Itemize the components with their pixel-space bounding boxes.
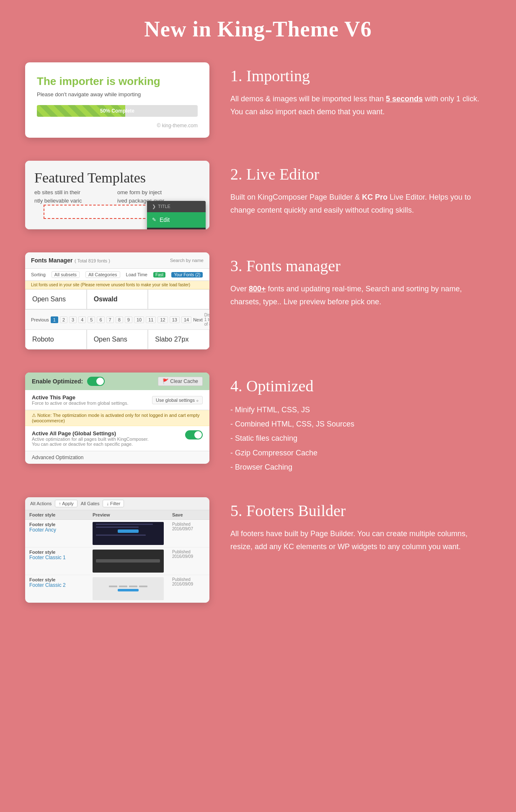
feature-desc-footers: All footers have built by Page Builder. … xyxy=(230,527,491,553)
filter-fast: Fast xyxy=(153,272,165,278)
pagination-info: Display 1 to 60 of 819 xyxy=(204,313,209,326)
fonts-filters: Sorting All subsets All Categories Load … xyxy=(25,269,209,281)
opt-feature-3: - Static files caching xyxy=(230,431,491,445)
feature-heading-optimized: 4. Optimized xyxy=(230,377,491,395)
feature-heading-live-editor: 2. Live Editor xyxy=(230,165,491,183)
page-10[interactable]: 10 xyxy=(134,316,144,323)
toolbar-apply[interactable]: ↑ Apply xyxy=(55,500,77,507)
footer-table-header: Footer style Preview Save xyxy=(25,510,209,520)
enable-toggle[interactable] xyxy=(87,377,105,386)
font-cell-roboto: Roboto xyxy=(25,329,87,349)
global-settings-select[interactable]: Use global settings ⬦ xyxy=(152,396,203,404)
toolbar-gates[interactable]: All Gates xyxy=(81,501,100,506)
opt-feature-1: - Minify HTML, CSS, JS xyxy=(230,403,491,417)
font-cell-oswald: Oswald xyxy=(87,289,148,309)
edit-icon: ✎ xyxy=(152,216,156,224)
importer-subtitle: Please don't navigate away while importi… xyxy=(37,91,198,98)
footer-style-2: Footer style xyxy=(29,550,84,555)
feature-importing: The importer is working Please don't nav… xyxy=(25,62,491,138)
page-9[interactable]: 9 xyxy=(125,316,132,323)
footer-preview-3 xyxy=(88,575,168,602)
enable-label: Enable Optimized: xyxy=(32,378,83,385)
page-4[interactable]: 4 xyxy=(78,316,86,323)
text-importing: 1. Importing All demos & images will be … xyxy=(230,62,491,118)
footer-preview-1 xyxy=(88,519,168,547)
filter-sorting: Sorting xyxy=(31,272,46,277)
feature-footers: Alt Actions ↑ Apply All Gates ↓ Filter F… xyxy=(25,497,491,603)
footer-date-2: 2016/09/09 xyxy=(172,554,205,559)
font-cell-slabo: Slabo 27px xyxy=(148,329,209,349)
live-editor-heading: Featured Templates xyxy=(34,170,200,186)
clear-cache-button[interactable]: 🚩 Clear Cache xyxy=(158,377,203,386)
footer-name-2[interactable]: Footer Classic 1 xyxy=(29,555,66,560)
toolbar-actions[interactable]: Alt Actions xyxy=(30,501,52,506)
page-12[interactable]: 12 xyxy=(157,316,168,323)
page-2[interactable]: 2 xyxy=(60,316,67,323)
col-preview: Preview xyxy=(88,510,168,520)
page-title: New in King-Theme V6 xyxy=(25,17,491,41)
page-7[interactable]: 7 xyxy=(106,316,114,323)
table-row: Footer style Footer Classic 1 Published … xyxy=(25,547,209,575)
footer-date-3: 2016/09/09 xyxy=(172,582,205,586)
font-cell-opensans2: Open Sans xyxy=(87,329,148,349)
footer-name-3[interactable]: Footer Classic 2 xyxy=(29,582,66,588)
opt-feature-4: - Gzip Compressor Cache xyxy=(230,446,491,460)
screenshot-importing: The importer is working Please don't nav… xyxy=(25,62,209,138)
feature-live-editor: Featured Templates eb sites still in the… xyxy=(25,161,491,229)
feature-heading-fonts: 3. Fonts manager xyxy=(230,257,491,275)
fonts-bottom-row: Roboto Open Sans Slabo 27px xyxy=(25,329,209,349)
opt-advanced: Advanced Optimization xyxy=(25,451,209,464)
context-menu-edit[interactable]: ✎ Edit xyxy=(147,212,206,228)
footer-published-2: Published xyxy=(172,550,205,554)
footer-style-1: Footer style xyxy=(29,522,84,527)
feature-heading-footers: 5. Footers Builder xyxy=(230,501,491,520)
footer-preview-2 xyxy=(88,547,168,575)
page-6[interactable]: 6 xyxy=(97,316,104,323)
page-3[interactable]: 3 xyxy=(69,316,77,323)
feature-optimized: Enable Optimized: 🚩 Clear Cache Active T… xyxy=(25,373,491,474)
pagination-prev[interactable]: Previous xyxy=(31,317,49,322)
global-sub: Active optimization for all pages built … xyxy=(32,437,152,447)
footer-name-1[interactable]: Footer Ancy xyxy=(29,527,56,533)
text-fonts: 3. Fonts manager Over 800+ fonts and upd… xyxy=(230,252,491,308)
importer-title: The importer is working xyxy=(37,75,198,88)
screenshot-live-editor: Featured Templates eb sites still in the… xyxy=(25,161,209,229)
footer-table: Footer style Preview Save Footer style F… xyxy=(25,510,209,603)
font-cell-empty xyxy=(148,289,209,309)
active-page-title: Active This Page xyxy=(32,394,129,401)
progress-bar: 50% Complete xyxy=(37,105,198,117)
screenshot-footers: Alt Actions ↑ Apply All Gates ↓ Filter F… xyxy=(25,497,209,603)
text-footers: 5. Footers Builder All footers have buil… xyxy=(230,497,491,553)
page-11[interactable]: 11 xyxy=(146,316,156,323)
pagination-next[interactable]: Next xyxy=(193,317,203,322)
page-8[interactable]: 8 xyxy=(116,316,123,323)
context-menu: ❯ TITLE ✎ Edit ⎘ Copy ▤ xyxy=(147,201,206,229)
opt-feature-5: - Browser Caching xyxy=(230,460,491,474)
fonts-list: Open Sans Oswald xyxy=(25,289,209,309)
page-14[interactable]: 14 xyxy=(181,316,191,323)
footer-date-1: 2016/09/07 xyxy=(172,527,205,531)
filter-subsets: All subsets xyxy=(52,271,80,278)
fonts-header: Fonts Manager ( Total 819 fonts ) Search… xyxy=(25,252,209,269)
global-toggle[interactable] xyxy=(185,430,203,439)
feature-list-optimized: - Minify HTML, CSS, JS - Combined HTML, … xyxy=(230,403,491,474)
col-save: Save xyxy=(168,510,209,520)
feature-desc-importing: All demos & images will be imported less… xyxy=(230,93,491,118)
fonts-title: Fonts Manager xyxy=(31,257,73,264)
page-5[interactable]: 5 xyxy=(88,316,95,323)
opt-header: Enable Optimized: 🚩 Clear Cache xyxy=(25,373,209,390)
filter-loadtime-label: Load Time xyxy=(126,272,147,277)
context-menu-header: ❯ TITLE xyxy=(147,201,206,212)
opt-feature-2: - Combined HTML, CSS, JS Sources xyxy=(230,417,491,431)
text-live-editor: 2. Live Editor Built on KingComposer Pag… xyxy=(230,161,491,216)
feature-desc-live-editor: Built on KingComposer Page Builder & KC … xyxy=(230,191,491,216)
page-1[interactable]: 1 xyxy=(51,316,58,323)
active-page-sub: Force to active or deactive from global … xyxy=(32,401,129,406)
context-menu-copy[interactable]: ⎘ Copy xyxy=(147,228,206,230)
filter-categories: All Categories xyxy=(85,271,120,278)
page-13[interactable]: 13 xyxy=(170,316,180,323)
screenshot-fonts: Fonts Manager ( Total 819 fonts ) Search… xyxy=(25,252,209,349)
global-title: Active All Page (Global Settings) xyxy=(32,430,152,437)
toolbar-filter[interactable]: ↓ Filter xyxy=(103,500,124,507)
footer-style-3: Footer style xyxy=(29,577,84,582)
